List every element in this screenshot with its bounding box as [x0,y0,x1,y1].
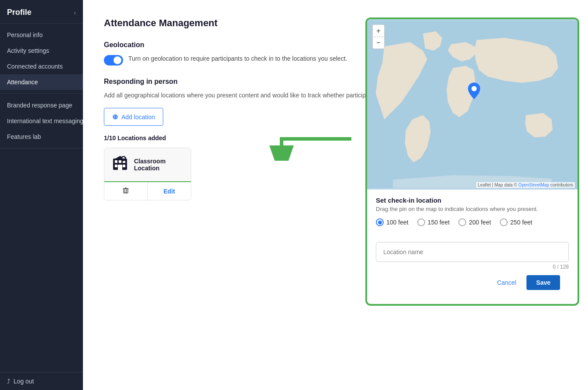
save-button[interactable]: Save [526,275,560,290]
location-icon [111,154,129,175]
char-count: 0 / 128 [376,264,569,270]
location-card-name: Classroom Location [134,158,184,172]
panel-actions: Cancel Save [376,275,569,297]
sidebar-item-connected-accounts[interactable]: Connected accounts [0,59,83,74]
svg-rect-2 [119,160,121,163]
radius-option-150[interactable]: 150 feet [417,218,450,226]
location-edit-button[interactable]: Edit [148,182,191,200]
main-content: Attendance Management Geolocation Turn o… [83,0,588,390]
checkin-section: Set check-in location Drag the pin on th… [367,190,578,242]
map-pin[interactable] [468,83,480,102]
sidebar-item-international-text-messaging[interactable]: International text messaging [0,113,83,129]
plus-icon: ⊕ [112,113,118,121]
radius-150-label: 150 feet [428,219,450,226]
map-container: + − Leaflet | Map data © OpenStreetMap c… [367,19,578,190]
checkin-description: Drag the pin on the map to indicate loca… [376,206,569,212]
checkin-title: Set check-in location [376,197,569,204]
svg-rect-5 [123,165,125,167]
radius-200-label: 200 feet [469,219,491,226]
map-zoom-in-button[interactable]: + [372,24,385,37]
svg-point-13 [471,86,477,91]
sidebar-collapse-button[interactable]: ‹ [74,9,76,16]
radius-250-label: 250 feet [510,219,533,226]
sidebar-item-personal-info[interactable]: Personal info [0,27,83,43]
svg-rect-1 [115,160,117,163]
sidebar-item-features-lab[interactable]: Features lab [0,129,83,145]
sidebar-item-attendance[interactable]: Attendance [0,74,83,90]
radius-option-250[interactable]: 250 feet [500,218,533,226]
location-delete-button[interactable] [104,182,148,200]
radius-option-100[interactable]: 100 feet [376,218,409,226]
sidebar-header: Profile ‹ [0,0,83,24]
location-card: Classroom Location Edit [104,148,191,200]
sidebar-item-branded-response-page[interactable]: Branded response page [0,97,83,113]
radio-250-circle [500,218,508,226]
logout-button[interactable]: ⤴ Log out [0,372,83,390]
trash-icon [122,186,130,196]
sidebar-section-main: Personal info Activity settings Connecte… [0,24,83,94]
radius-100-label: 100 feet [386,219,409,226]
svg-rect-6 [118,165,122,170]
sidebar-title: Profile [7,8,31,17]
cancel-button[interactable]: Cancel [492,275,522,290]
radio-150-circle [417,218,425,226]
radius-radio-group: 100 feet 150 feet 200 feet 250 feet [376,218,569,226]
radius-option-200[interactable]: 200 feet [458,218,491,226]
location-card-actions: Edit [104,181,191,200]
sidebar-section-secondary: Branded response page International text… [0,94,83,148]
location-name-section: 0 / 128 Cancel Save [367,242,578,304]
geolocation-toggle[interactable] [104,55,123,66]
sidebar-item-activity-settings[interactable]: Activity settings [0,43,83,59]
logout-icon: ⤴ [7,378,10,385]
map-attribution: Leaflet | Map data © OpenStreetMap contr… [476,182,575,188]
map-zoom-out-button[interactable]: − [372,37,385,49]
location-name-input[interactable] [376,242,569,262]
map-zoom-controls: + − [372,24,385,49]
location-card-body: Classroom Location [104,148,191,181]
radio-100-circle [376,218,384,226]
radio-200-circle [458,218,466,226]
svg-rect-4 [115,165,117,167]
right-panel: + − Leaflet | Map data © OpenStreetMap c… [365,17,579,306]
geolocation-description: Turn on geolocation to require participa… [128,54,347,63]
add-location-button[interactable]: ⊕ Add location [104,108,163,126]
sidebar: Profile ‹ Personal info Activity setting… [0,0,83,390]
openstreetmap-link[interactable]: OpenStreetMap [518,183,549,187]
